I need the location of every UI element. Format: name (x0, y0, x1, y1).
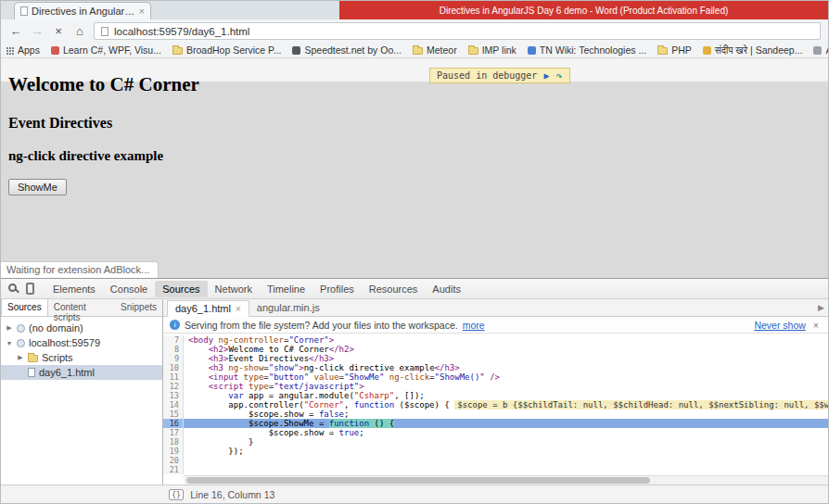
line-number[interactable]: 19 (163, 447, 184, 456)
chevron-right-icon[interactable]: ▶ (6, 324, 13, 332)
file-tab-angular-min-js[interactable]: angular.min.js (249, 299, 327, 316)
stop-icon[interactable]: × (51, 25, 66, 37)
tab-strip: Directives in AngularJS × Directives in … (1, 1, 828, 19)
infobar-close-icon[interactable]: × (810, 320, 822, 331)
code-line[interactable]: 9 <h3>Event Directives</h3> (163, 354, 828, 363)
code-line[interactable]: 7<body ng-controller="Corner"> (163, 335, 828, 345)
never-show-link[interactable]: Never show (754, 320, 805, 331)
scrollbar-thumb[interactable] (186, 477, 650, 484)
code-token: ng-click directive example (304, 363, 435, 372)
tab-close-icon[interactable]: × (139, 6, 145, 17)
line-number[interactable]: 13 (163, 391, 184, 400)
devtools-tab-sources[interactable]: Sources (155, 281, 207, 297)
line-number[interactable]: 20 (163, 456, 184, 465)
code-line[interactable]: 19 }); (163, 447, 828, 456)
workspace-infobar: Serving from the file system? Add your f… (163, 317, 828, 334)
home-icon[interactable]: ⌂ (72, 25, 87, 37)
code-line[interactable]: 17 $scope.show = true; (163, 428, 828, 437)
bookmark-item-learn-c-wpf-visu[interactable]: Learn C#, WPF, Visu... (51, 44, 161, 56)
devtools-tab-audits[interactable]: Audits (425, 281, 468, 297)
line-number[interactable]: 7 (163, 335, 184, 345)
background-window-titlebar: Directives in AngularJS Day 6 demo - Wor… (339, 1, 828, 19)
code-line[interactable]: 16 $scope.ShowMe = function () { (163, 419, 828, 428)
bookmark-item-asp-net-mvc[interactable]: ASP.NET MVC ... (813, 44, 828, 56)
bookmark-item-php[interactable]: PHP (657, 44, 692, 56)
devtools-panel: ElementsConsoleSourcesNetworkTimelinePro… (1, 279, 828, 503)
devtools-tab-profiles[interactable]: Profiles (312, 281, 362, 297)
code-line-text: <body ng-controller="Corner"> (184, 335, 828, 345)
browser-tab[interactable]: Directives in AngularJS × (14, 2, 151, 19)
devtools-tab-timeline[interactable]: Timeline (260, 281, 312, 297)
sidebar-tab-sources[interactable]: Sources (1, 299, 48, 316)
bookmark-item-speedtest-net-by-oo[interactable]: Speedtest.net by Oo... (292, 44, 401, 56)
showme-button[interactable]: ShowMe (8, 179, 67, 195)
code-line[interactable]: 14 app.controller("Corner", function ($s… (163, 400, 828, 410)
page-heading: Welcome to C# Corner (8, 73, 828, 96)
bookmark-item-apps[interactable]: Apps (6, 44, 40, 56)
devtools-statusbar: {} Line 16, Column 13 (1, 485, 828, 503)
code-token: "Csharp" (354, 391, 394, 400)
line-number[interactable]: 10 (163, 363, 184, 372)
code-token: "Corner" (288, 335, 328, 345)
code-line[interactable]: 10 <h3 ng-show="show">ng-click directive… (163, 363, 828, 372)
infobar-more-link[interactable]: more (463, 320, 485, 331)
code-editor[interactable]: 7<body ng-controller="Corner">8 <h2>Welc… (163, 334, 828, 475)
domain-icon (17, 324, 25, 333)
chevron-right-icon[interactable]: ▶ (17, 354, 24, 361)
bookmark-item-tn-wiki-technologies[interactable]: TN Wiki: Technologies ... (528, 44, 646, 56)
code-line[interactable]: 20 (163, 456, 828, 465)
address-bar[interactable]: localhost:59579/day6_1.html (94, 22, 821, 40)
code-token: ng-click (384, 372, 429, 382)
bookmark-item-meteor[interactable]: Meteor (413, 44, 457, 56)
code-line-text: var app = angular.module("Csharp", []); (184, 391, 828, 400)
panel-toggle-icon[interactable]: ▶ (818, 303, 824, 312)
code-line[interactable]: 11 <input type="button" value="ShowMe" n… (163, 372, 828, 382)
tree-item-no-domain[interactable]: ▶(no domain) (1, 321, 162, 335)
horizontal-scrollbar[interactable] (184, 475, 828, 485)
code-line-text: <input type="button" value="ShowMe" ng-c… (184, 372, 828, 382)
code-line[interactable]: 18 } (163, 437, 828, 447)
tree-item-day6-1-html[interactable]: day6_1.html (1, 365, 162, 380)
code-line[interactable]: 13 var app = angular.module("Csharp", []… (163, 391, 828, 400)
tree-item-localhost-59579[interactable]: ▼localhost:59579 (1, 335, 162, 350)
bookmark-item-broadhop-service-p[interactable]: BroadHop Service P... (172, 44, 282, 56)
line-number[interactable]: 17 (163, 428, 184, 437)
line-number[interactable]: 16 (163, 419, 184, 428)
line-number[interactable]: 12 (163, 382, 184, 391)
line-number[interactable]: 9 (163, 354, 184, 363)
file-tab-day6-1-html[interactable]: day6_1.html× (167, 300, 249, 317)
code-line[interactable]: 21 (163, 465, 828, 474)
device-mode-icon[interactable] (26, 283, 34, 295)
line-number[interactable]: 14 (163, 400, 184, 410)
inline-eval-widget: $scope = b {$$childTail: null, $$childHe… (454, 400, 828, 410)
tree-item-scripts[interactable]: ▶Scripts (1, 350, 162, 365)
bookmark-item-sandeep[interactable]: संदीप खरे | Sandeep... (703, 44, 803, 57)
devtools-tab-console[interactable]: Console (103, 281, 155, 297)
resume-script-icon[interactable]: ▶ (543, 70, 549, 81)
line-number[interactable]: 8 (163, 345, 184, 354)
forward-icon[interactable]: → (30, 25, 45, 37)
devtools-tab-network[interactable]: Network (208, 281, 260, 297)
step-over-icon[interactable]: ↷ (555, 69, 562, 82)
line-number[interactable]: 11 (163, 372, 184, 382)
line-number[interactable]: 21 (163, 465, 184, 474)
code-line[interactable]: 12 <script type="text/javascript"> (163, 382, 828, 391)
line-number[interactable]: 18 (163, 437, 184, 447)
sidebar-tab-snippets[interactable]: Snippets (115, 299, 162, 316)
line-number[interactable]: 15 (163, 410, 184, 419)
devtools-tab-resources[interactable]: Resources (362, 281, 426, 297)
pretty-print-icon[interactable]: {} (169, 489, 184, 500)
inspect-element-icon[interactable] (8, 284, 17, 292)
sidebar-tab-content-scripts[interactable]: Content scripts (48, 299, 115, 316)
bookmark-label: संदीप खरे | Sandeep... (715, 44, 803, 57)
bookmark-label: Learn C#, WPF, Visu... (63, 44, 161, 56)
chevron-down-icon[interactable]: ▼ (6, 340, 13, 346)
code-line[interactable]: 8 <h2>Welcome to C# Corner</h2> (163, 345, 828, 354)
back-icon[interactable]: ← (8, 25, 23, 37)
file-tab-close-icon[interactable]: × (236, 304, 241, 314)
bookmark-item-imp-link[interactable]: IMP link (468, 44, 517, 56)
code-token: <script (209, 382, 244, 391)
bookmark-folder-icon (172, 47, 183, 55)
code-line[interactable]: 15 $scope.show = false; (163, 410, 828, 419)
devtools-tab-elements[interactable]: Elements (45, 281, 103, 297)
